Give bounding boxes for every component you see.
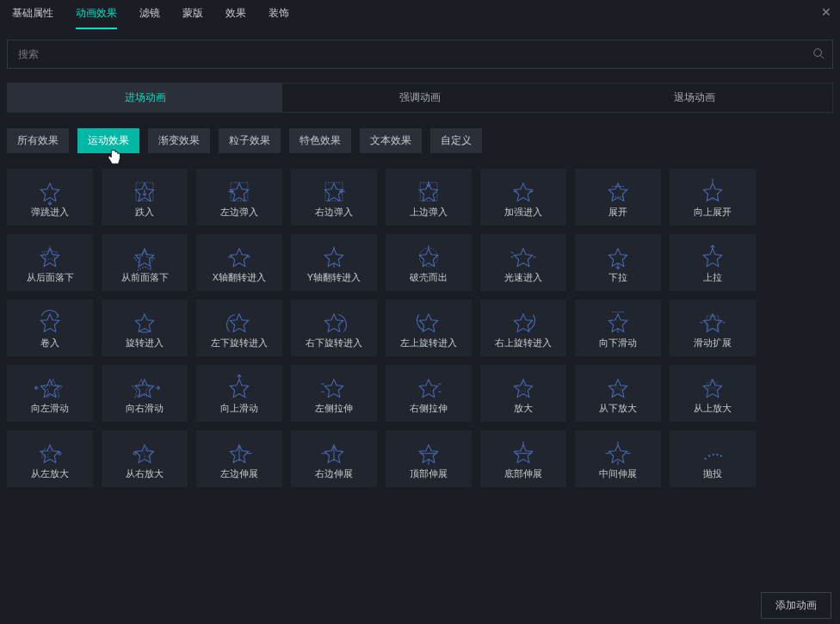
effect-roll[interactable]: 卷入 xyxy=(7,300,93,356)
effects-grid: 弹跳进入跌入左边弹入右边弹入上边弹入加强进入展开向上展开从后面落下从前面落下X轴… xyxy=(7,169,833,487)
effect-slideR[interactable]: 向右滑动 xyxy=(102,365,188,422)
effect-zoom[interactable]: 放大 xyxy=(480,365,566,422)
effect-slideU[interactable]: 向上滑动 xyxy=(196,365,282,422)
effect-zoomD[interactable]: 从下放大 xyxy=(575,365,661,422)
effect-label: 破壳而出 xyxy=(410,271,448,284)
star-icon xyxy=(318,374,350,401)
effect-bounceL[interactable]: 左边弹入 xyxy=(196,169,282,226)
category-tab-0[interactable]: 进场动画 xyxy=(8,83,282,112)
star-icon xyxy=(412,439,445,466)
top-tab-3[interactable]: 蒙版 xyxy=(182,0,203,29)
top-tab-bar: 基础属性动画效果滤镜蒙版效果装饰 ✕ xyxy=(0,0,840,28)
top-tab-2[interactable]: 滤镜 xyxy=(139,0,160,29)
star-icon xyxy=(412,177,445,205)
effect-flipY[interactable]: Y轴翻转进入 xyxy=(291,234,377,291)
effect-rotUL[interactable]: 左上旋转进入 xyxy=(386,300,472,356)
effect-jump[interactable]: 弹跳进入 xyxy=(7,169,93,226)
effect-pullUp[interactable]: 上拉 xyxy=(670,234,756,291)
effect-throw[interactable]: 抛投 xyxy=(670,430,756,487)
effect-rotIn[interactable]: 旋转进入 xyxy=(102,300,188,356)
effect-fallBack[interactable]: 从后面落下 xyxy=(7,234,93,291)
svg-point-9 xyxy=(133,452,136,454)
star-icon xyxy=(412,308,445,336)
close-icon[interactable]: ✕ xyxy=(821,5,831,19)
effect-expand[interactable]: 展开 xyxy=(575,169,661,226)
star-icon xyxy=(34,243,66,270)
star-icon xyxy=(412,374,445,401)
effect-label: X轴翻转进入 xyxy=(213,271,266,284)
effect-zoomL[interactable]: 从左放大 xyxy=(7,430,93,487)
effect-label: 弹跳进入 xyxy=(31,206,69,219)
effect-label: 右侧拉伸 xyxy=(410,402,448,415)
star-icon xyxy=(412,243,445,270)
effect-label: 右下旋转进入 xyxy=(306,337,362,349)
add-animation-button[interactable]: 添加动画 xyxy=(761,592,831,619)
effect-label: 左下旋转进入 xyxy=(211,337,268,349)
search-icon[interactable] xyxy=(812,47,825,59)
effect-label: 从前面落下 xyxy=(121,271,169,284)
effect-slideExp[interactable]: 滑动扩展 xyxy=(670,300,756,356)
effect-stretchR[interactable]: 右侧拉伸 xyxy=(386,365,472,422)
star-icon xyxy=(318,308,350,336)
effect-rotUR[interactable]: 右上旋转进入 xyxy=(480,300,566,356)
effect-extB[interactable]: 底部伸展 xyxy=(480,430,566,487)
effect-bounceR[interactable]: 右边弹入 xyxy=(291,169,377,226)
effect-fallFront[interactable]: 从前面落下 xyxy=(102,234,188,291)
svg-point-14 xyxy=(720,455,722,457)
filter-1[interactable]: 运动效果 xyxy=(77,128,139,153)
effect-flipX[interactable]: X轴翻转进入 xyxy=(196,234,282,291)
category-tab-2[interactable]: 退场动画 xyxy=(558,83,832,112)
search-input[interactable] xyxy=(7,40,833,69)
effect-label: 从右放大 xyxy=(126,467,164,480)
effect-slideL[interactable]: 向左滑动 xyxy=(7,365,93,422)
effect-zoomU[interactable]: 从上放大 xyxy=(670,365,756,422)
star-icon xyxy=(318,439,350,466)
effect-expandUp[interactable]: 向上展开 xyxy=(670,169,756,226)
effect-extT[interactable]: 顶部伸展 xyxy=(386,430,472,487)
top-tab-1[interactable]: 动画效果 xyxy=(76,0,117,29)
effect-label: 左侧拉伸 xyxy=(315,402,353,415)
filter-4[interactable]: 特色效果 xyxy=(289,128,351,153)
effect-strong[interactable]: 加强进入 xyxy=(480,169,566,226)
effect-label: 向上滑动 xyxy=(220,402,258,415)
effect-label: 右边伸展 xyxy=(315,467,353,480)
star-icon xyxy=(696,374,729,401)
effect-rotLR[interactable]: 右下旋转进入 xyxy=(291,300,377,356)
animation-category-tabs: 进场动画强调动画退场动画 xyxy=(7,83,833,113)
effect-dropbox[interactable]: 跌入 xyxy=(102,169,188,226)
effect-pullDown[interactable]: 下拉 xyxy=(575,234,661,291)
effect-zoomR[interactable]: 从右放大 xyxy=(102,430,188,487)
effect-rotLL[interactable]: 左下旋转进入 xyxy=(196,300,282,356)
effect-label: 滑动扩展 xyxy=(694,337,732,349)
star-icon xyxy=(696,177,729,205)
category-tab-1[interactable]: 强调动画 xyxy=(282,83,557,112)
filter-0[interactable]: 所有效果 xyxy=(7,128,69,153)
effect-label: 从左放大 xyxy=(31,467,69,480)
effect-label: 左上旋转进入 xyxy=(400,337,457,349)
filter-2[interactable]: 渐变效果 xyxy=(148,128,210,153)
filter-3[interactable]: 粒子效果 xyxy=(219,128,281,153)
effect-light[interactable]: 光速进入 xyxy=(480,234,566,291)
top-tab-0[interactable]: 基础属性 xyxy=(12,0,53,29)
star-icon xyxy=(128,243,161,270)
effect-hatch[interactable]: 破壳而出 xyxy=(386,234,472,291)
filter-5[interactable]: 文本效果 xyxy=(360,128,422,153)
effect-extR[interactable]: 右边伸展 xyxy=(291,430,377,487)
star-icon xyxy=(602,177,634,205)
effect-stretchL[interactable]: 左侧拉伸 xyxy=(291,365,377,422)
effect-slideD[interactable]: 向下滑动 xyxy=(575,300,661,356)
top-tab-4[interactable]: 效果 xyxy=(225,0,246,29)
effect-label: 中间伸展 xyxy=(599,467,637,480)
effect-extM[interactable]: 中间伸展 xyxy=(575,430,661,487)
effect-label: 加强进入 xyxy=(504,206,542,219)
top-tab-5[interactable]: 装饰 xyxy=(269,0,289,29)
star-icon xyxy=(223,177,256,205)
filter-6[interactable]: 自定义 xyxy=(430,128,482,153)
star-icon xyxy=(223,439,256,466)
effect-label: 光速进入 xyxy=(504,271,542,284)
effect-extL[interactable]: 左边伸展 xyxy=(196,430,282,487)
star-icon xyxy=(318,177,350,205)
effect-bounceT[interactable]: 上边弹入 xyxy=(386,169,472,226)
svg-point-0 xyxy=(814,49,822,57)
star-icon xyxy=(507,243,540,270)
